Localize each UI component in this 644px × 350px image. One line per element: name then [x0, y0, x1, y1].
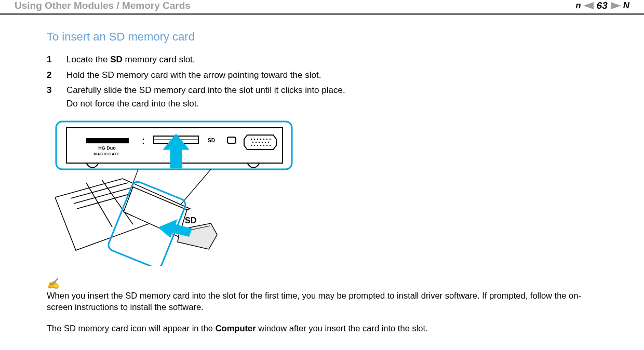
- note-text: When you insert the SD memory card into …: [47, 290, 597, 313]
- memorystick-slot: [86, 138, 129, 143]
- page-navigation: n 63 N: [575, 0, 629, 11]
- step-text-bold: SD: [110, 55, 123, 64]
- step-item: 2 Hold the SD memory card with the arrow…: [47, 69, 597, 82]
- step-list: 1 Locate the SD memory card slot. 2 Hold…: [47, 53, 597, 110]
- section-title: To insert an SD memory card: [47, 30, 597, 44]
- note-text: The SD memory card icon will appear in t…: [47, 322, 597, 334]
- arrow-left-icon[interactable]: [583, 2, 594, 9]
- svg-point-18: [266, 145, 267, 146]
- svg-point-0: [251, 139, 252, 140]
- page-header: Using Other Modules / Memory Cards n 63 …: [0, 0, 644, 15]
- sd-side-label: SD: [185, 216, 196, 225]
- step-number: 1: [47, 53, 66, 66]
- step-text-part: memory card slot.: [123, 55, 195, 64]
- hgduo-label: HG Duo: [98, 145, 116, 151]
- svg-point-7: [252, 142, 253, 143]
- arrow-right-icon[interactable]: [611, 2, 621, 9]
- indicator-dot: [143, 139, 144, 140]
- step-text: Carefully slide the SD memory card into …: [66, 84, 597, 110]
- svg-point-15: [257, 145, 258, 146]
- magicgate-label: MAGICGATE: [93, 152, 120, 156]
- note-block: ✍ When you insert the SD memory card int…: [47, 278, 597, 334]
- step-text-part: Hold the SD memory card with the arrow p…: [66, 70, 321, 80]
- vga-port: [244, 135, 276, 150]
- svg-point-2: [257, 139, 258, 140]
- svg-point-8: [256, 142, 257, 143]
- sd-slot-label: SD: [208, 138, 215, 143]
- breadcrumb: Using Other Modules / Memory Cards: [15, 0, 191, 11]
- indicator-dot: [143, 143, 144, 144]
- svg-point-14: [254, 145, 255, 146]
- step-text-part: Locate the: [66, 55, 110, 64]
- svg-point-6: [270, 139, 271, 140]
- svg-point-5: [266, 139, 267, 140]
- note-text-part: window after you insert the card into th…: [256, 324, 428, 333]
- step-item: 3 Carefully slide the SD memory card int…: [47, 84, 597, 110]
- svg-point-19: [270, 145, 271, 146]
- button-outline: [227, 137, 236, 143]
- nav-next-label: N: [623, 1, 629, 11]
- svg-point-10: [262, 142, 263, 143]
- sd-insertion-diagram: HG Duo MAGICGATE SD: [55, 120, 294, 266]
- step-text-part: Carefully slide the SD memory card into …: [66, 85, 345, 95]
- step-number: 3: [47, 84, 66, 110]
- svg-point-1: [254, 139, 255, 140]
- svg-point-9: [259, 142, 260, 143]
- svg-point-11: [265, 142, 266, 143]
- page-number: 63: [597, 0, 608, 11]
- step-sub-text: Do not force the card into the slot.: [66, 99, 199, 109]
- note-text-part: The SD memory card icon will appear in t…: [47, 324, 216, 333]
- svg-point-4: [263, 139, 264, 140]
- step-text: Locate the SD memory card slot.: [66, 53, 597, 66]
- step-text: Hold the SD memory card with the arrow p…: [66, 69, 597, 82]
- nav-prev-label: n: [575, 1, 581, 11]
- laptop-perspective: [55, 179, 190, 250]
- svg-point-13: [251, 145, 252, 146]
- step-item: 1 Locate the SD memory card slot.: [47, 53, 597, 66]
- svg-point-17: [263, 145, 264, 146]
- svg-point-3: [260, 139, 261, 140]
- svg-point-12: [268, 142, 269, 143]
- step-number: 2: [47, 69, 66, 82]
- note-icon: ✍: [47, 278, 597, 289]
- svg-point-16: [260, 145, 261, 146]
- page-content: To insert an SD memory card 1 Locate the…: [0, 15, 644, 334]
- illustration: HG Duo MAGICGATE SD: [55, 120, 597, 268]
- note-text-bold: Computer: [216, 324, 256, 333]
